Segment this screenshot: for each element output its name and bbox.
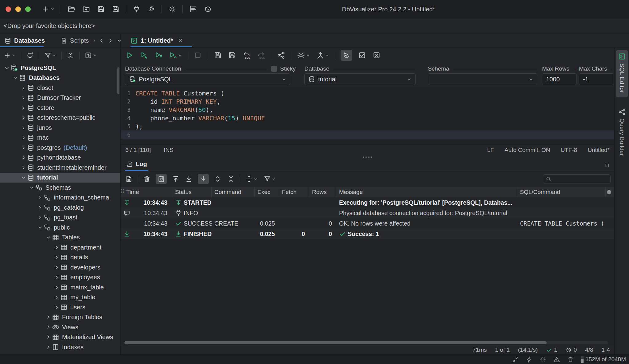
chevron-down-icon[interactable] (3, 65, 10, 71)
tab-databases[interactable]: Databases (2, 34, 47, 47)
column-header-message[interactable]: Message (336, 187, 517, 197)
chevron-right-icon[interactable] (45, 344, 52, 350)
chevron-right-icon[interactable] (36, 195, 44, 200)
tab-log[interactable]: Log (125, 161, 148, 171)
tree-item-department[interactable]: department (0, 242, 120, 253)
auto-commit-toggle-button[interactable] (341, 50, 352, 61)
filter-button[interactable] (44, 51, 57, 60)
chevron-right-icon[interactable] (20, 85, 27, 91)
column-grip[interactable] (121, 189, 124, 193)
code-line-5[interactable]: 5); (121, 122, 614, 130)
chevron-right-icon[interactable] (20, 145, 27, 150)
code-line-1[interactable]: 1CREATE TABLE Customers ( (121, 89, 614, 97)
favorites-bar[interactable]: <Drop your favorite objects here> (0, 18, 629, 34)
sticky-checkbox[interactable] (271, 66, 277, 72)
settings-button[interactable] (168, 5, 177, 14)
editor-settings-button[interactable] (296, 51, 311, 60)
chevron-right-icon[interactable] (20, 155, 27, 161)
tab-scripts[interactable]: Scripts (58, 34, 91, 47)
trash-icon[interactable] (567, 356, 574, 363)
tree-item-information-schema[interactable]: information_schema (0, 193, 120, 203)
tree-item-developers[interactable]: developers (0, 262, 120, 273)
tree-item-pg-toast[interactable]: pg_toast (0, 213, 120, 223)
schema-select[interactable] (428, 73, 537, 85)
stop-button[interactable] (193, 51, 202, 60)
tree-item-materialized-views[interactable]: Materialized Views (0, 332, 120, 343)
connection-select[interactable]: PostgreSQL (125, 73, 290, 85)
tree-item-users[interactable]: users (0, 302, 120, 312)
collapse-rows-button[interactable] (227, 175, 235, 183)
warning-icon[interactable] (553, 356, 560, 363)
clear-log-button[interactable] (143, 175, 151, 183)
chevron-right-icon[interactable] (45, 335, 52, 340)
zoom-window-button[interactable] (25, 6, 31, 12)
chevron-right-icon[interactable] (45, 324, 52, 330)
save-script-button[interactable] (213, 51, 222, 60)
connect-button[interactable] (132, 5, 141, 14)
chevron-right-icon[interactable] (53, 245, 60, 250)
filter-log-button[interactable] (263, 175, 276, 183)
chevron-right-icon[interactable] (20, 105, 27, 110)
chevron-right-icon[interactable] (53, 285, 60, 290)
column-header-time[interactable]: Time (121, 187, 172, 197)
tree-item-closet[interactable]: closet (0, 83, 120, 93)
rail-tab-sql-editor[interactable]: SQL Editor (616, 50, 628, 97)
collapse-all-button[interactable] (66, 51, 75, 60)
tree-item-studenttimetablereminder[interactable]: studenttimetablereminder (0, 163, 120, 173)
tree-item-pg-catalog[interactable]: pg_catalog (0, 203, 120, 213)
export-log-button[interactable] (124, 175, 133, 183)
scroll-to-top-button[interactable] (171, 175, 180, 183)
save-script-as-button[interactable] (228, 51, 237, 60)
tree-item-foreign-tables[interactable]: Foreign Tables (0, 312, 120, 323)
next-tab-button[interactable] (108, 38, 113, 43)
collapse-window-icon[interactable] (512, 356, 518, 363)
chevron-down-icon[interactable] (36, 225, 44, 230)
code-line-4[interactable]: 4 phone_number VARCHAR(15) UNIQUE (121, 114, 614, 122)
tree-item-triggers[interactable]: Triggers (0, 352, 120, 355)
save-button[interactable] (96, 5, 105, 14)
chevron-right-icon[interactable] (53, 295, 60, 300)
undo-sql-button[interactable]: SQL (242, 51, 251, 60)
log-search-input[interactable] (553, 176, 608, 182)
chevron-right-icon[interactable] (53, 265, 60, 270)
tree-item-matrix-table[interactable]: matrix_table (0, 282, 120, 292)
commit-button[interactable] (357, 51, 367, 60)
redo-sql-button[interactable]: SQL (256, 51, 266, 60)
refresh-button[interactable] (26, 51, 34, 60)
chevron-down-icon[interactable] (20, 175, 27, 180)
tree-item-junos[interactable]: junos (0, 123, 120, 133)
code-line-2[interactable]: 2 id INT PRIMARY KEY, (121, 97, 614, 106)
tree-item-mac[interactable]: mac (0, 133, 120, 143)
scroll-to-bottom-button[interactable] (185, 175, 193, 183)
create-connection-button[interactable] (3, 51, 16, 60)
chevron-down-icon[interactable] (11, 75, 19, 81)
column-header-sql-command[interactable]: SQL/Command (517, 187, 606, 197)
save-as-button[interactable] (111, 5, 120, 14)
maximize-panel-button[interactable] (605, 163, 609, 168)
run-button[interactable] (125, 51, 134, 60)
execution-log-button[interactable] (189, 5, 197, 14)
tree-item-details[interactable]: details (0, 253, 120, 263)
command-value[interactable]: CREATE (214, 220, 238, 227)
fit-rows-button[interactable] (245, 175, 258, 183)
chevron-right-icon[interactable] (36, 215, 44, 220)
tree-item-postgres[interactable]: postgres(Default) (0, 143, 120, 153)
tree-item-estore[interactable]: estore (0, 103, 120, 113)
run-explain-button[interactable] (168, 51, 182, 60)
open-file-button[interactable] (67, 5, 76, 14)
export-button[interactable] (84, 51, 97, 60)
tree-item-tutorial[interactable]: tutorial (0, 173, 120, 183)
code-line-6[interactable]: 6 (121, 130, 614, 139)
run-current-button[interactable] (139, 51, 149, 60)
tail-log-button[interactable] (198, 174, 209, 184)
new-object-button[interactable] (41, 5, 55, 14)
max-chars-input[interactable] (579, 73, 614, 85)
close-window-button[interactable] (6, 6, 11, 12)
rollback-button[interactable] (372, 51, 381, 60)
chevron-right-icon[interactable] (20, 125, 27, 130)
log-row-finished[interactable]: 10:34:43FINISHED0.02500Success: 1 (121, 229, 614, 239)
log-horizontal-scrollbar[interactable] (121, 340, 614, 345)
tree-item-databases[interactable]: Databases (0, 73, 120, 83)
database-select[interactable]: tutorial (304, 73, 416, 85)
chevron-down-icon[interactable] (28, 185, 35, 190)
